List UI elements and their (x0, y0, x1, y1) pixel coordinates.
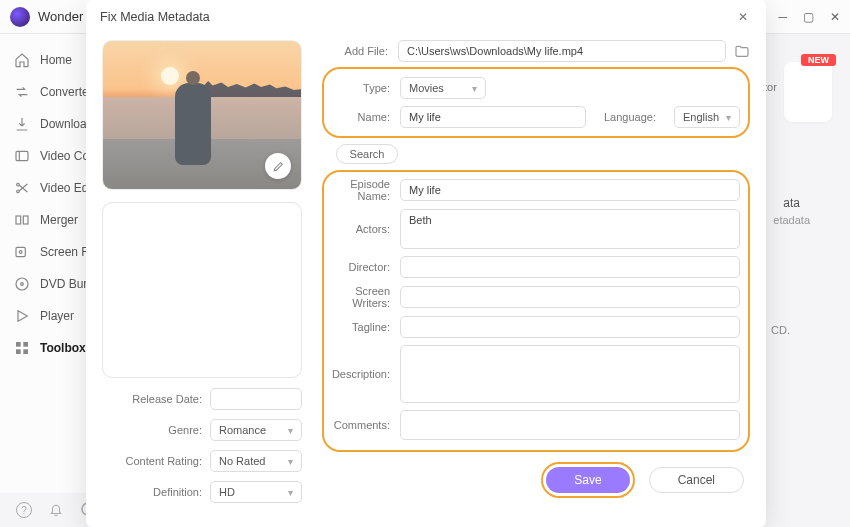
svg-rect-10 (16, 342, 21, 347)
download-icon (14, 116, 30, 132)
play-icon (14, 308, 30, 324)
sidebar-item-compressor[interactable]: Video Compressor (0, 140, 99, 172)
sidebar: Home Converter Downloader Video Compress… (0, 34, 100, 493)
director-label: Director: (324, 261, 400, 273)
pencil-icon (272, 160, 285, 173)
chevron-down-icon: ▾ (288, 425, 293, 436)
release-date-label: Release Date: (102, 393, 210, 405)
description-label: Description: (324, 368, 400, 380)
comments-input[interactable] (400, 410, 740, 440)
toolbox-icon (14, 340, 30, 356)
actors-label: Actors: (324, 223, 400, 235)
svg-point-2 (17, 190, 20, 193)
rating-select[interactable]: No Rated▾ (210, 450, 302, 472)
bg-meta-desc: etadata (773, 214, 810, 226)
window-close[interactable]: ✕ (830, 10, 840, 24)
rating-label: Content Rating: (102, 455, 210, 467)
highlight-search-section: Type: Movies▾ Name: My life Language: En… (322, 67, 750, 138)
svg-point-6 (19, 251, 22, 254)
cancel-button[interactable]: Cancel (649, 467, 744, 493)
sidebar-item-merger[interactable]: Merger (0, 204, 99, 236)
sidebar-item-label: Merger (40, 213, 78, 227)
svg-rect-5 (16, 247, 25, 256)
converter-icon (14, 84, 30, 100)
sidebar-item-home[interactable]: Home (0, 44, 99, 76)
writers-label: Screen Writers: (324, 285, 400, 309)
disc-icon (14, 276, 30, 292)
chevron-down-icon: ▾ (472, 83, 477, 94)
chevron-down-icon: ▾ (288, 487, 293, 498)
genre-label: Genre: (102, 424, 210, 436)
save-button[interactable]: Save (546, 467, 629, 493)
type-label: Type: (324, 82, 400, 94)
svg-rect-0 (16, 151, 28, 160)
sidebar-item-converter[interactable]: Converter (0, 76, 99, 108)
sidebar-item-label: Home (40, 53, 72, 67)
window-minimize[interactable]: ─ (778, 10, 787, 24)
window-maximize[interactable]: ▢ (803, 10, 814, 24)
recorder-icon (14, 244, 30, 260)
episode-label: Episode Name: (324, 178, 400, 202)
director-input[interactable] (400, 256, 740, 278)
highlight-metadata-section: Episode Name: My life Actors: Beth Direc… (322, 170, 750, 452)
merger-icon (14, 212, 30, 228)
svg-rect-12 (16, 349, 21, 354)
sidebar-item-toolbox[interactable]: Toolbox (0, 332, 99, 364)
genre-select[interactable]: Romance▾ (210, 419, 302, 441)
modal-close[interactable]: ✕ (734, 8, 752, 26)
svg-rect-11 (23, 342, 28, 347)
bottom-bar: ? (0, 493, 100, 527)
bell-icon[interactable] (48, 502, 64, 518)
sidebar-item-label: Converter (40, 85, 93, 99)
definition-label: Definition: (102, 486, 210, 498)
chevron-down-icon: ▾ (726, 112, 731, 123)
type-select[interactable]: Movies▾ (400, 77, 486, 99)
sidebar-item-dvd[interactable]: DVD Burner (0, 268, 99, 300)
release-date-input[interactable] (210, 388, 302, 410)
language-select[interactable]: English▾ (674, 106, 740, 128)
compressor-icon (14, 148, 30, 164)
episode-input[interactable]: My life (400, 179, 740, 201)
add-file-input[interactable]: C:\Users\ws\Downloads\My life.mp4 (398, 40, 726, 62)
name-input[interactable]: My life (400, 106, 586, 128)
tagline-label: Tagline: (324, 321, 400, 333)
name-label: Name: (324, 111, 400, 123)
sidebar-item-recorder[interactable]: Screen Recorder (0, 236, 99, 268)
add-file-label: Add File: (322, 45, 398, 57)
metadata-modal: Fix Media Metadata ✕ Release Date: (86, 0, 766, 527)
home-icon (14, 52, 30, 68)
language-label: Language: (604, 111, 666, 123)
svg-marker-9 (18, 311, 27, 322)
svg-rect-3 (16, 216, 21, 224)
svg-point-1 (17, 183, 20, 186)
help-icon[interactable]: ? (16, 502, 32, 518)
app-title: Wonder (38, 9, 83, 24)
svg-point-7 (16, 278, 28, 290)
poster-placeholder (102, 202, 302, 378)
highlight-save: Save (541, 462, 634, 498)
definition-select[interactable]: HD▾ (210, 481, 302, 503)
modal-title: Fix Media Metadata (100, 10, 210, 24)
svg-rect-4 (23, 216, 28, 224)
sidebar-item-label: Toolbox (40, 341, 86, 355)
tagline-input[interactable] (400, 316, 740, 338)
bg-cd-tail: CD. (771, 324, 790, 336)
bg-meta-tail: ata (783, 196, 800, 210)
sidebar-item-downloader[interactable]: Downloader (0, 108, 99, 140)
svg-rect-13 (23, 349, 28, 354)
writers-input[interactable] (400, 286, 740, 308)
sidebar-item-label: Player (40, 309, 74, 323)
chevron-down-icon: ▾ (288, 456, 293, 467)
comments-label: Comments: (324, 419, 400, 431)
search-button[interactable]: Search (336, 144, 398, 164)
sidebar-item-player[interactable]: Player (0, 300, 99, 332)
scissors-icon (14, 180, 30, 196)
edit-thumbnail-button[interactable] (265, 153, 291, 179)
media-thumbnail (102, 40, 302, 190)
folder-icon[interactable] (734, 43, 750, 59)
sidebar-item-editor[interactable]: Video Editor (0, 172, 99, 204)
app-logo (10, 7, 30, 27)
new-badge: NEW (801, 54, 836, 66)
actors-input[interactable]: Beth (400, 209, 740, 249)
description-input[interactable] (400, 345, 740, 403)
